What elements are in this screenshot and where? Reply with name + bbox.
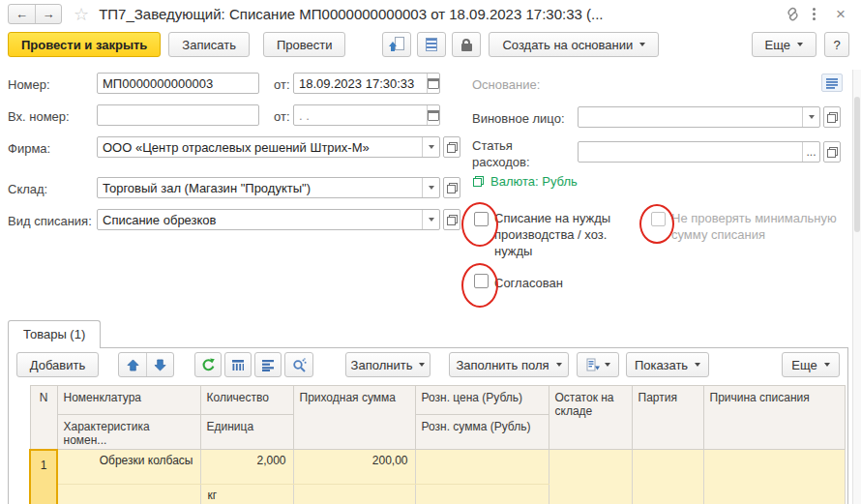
company-open-button[interactable] xyxy=(443,136,460,158)
date-field xyxy=(293,73,440,94)
list-lines-icon[interactable] xyxy=(254,352,282,377)
col-header-nomenclature[interactable]: Номенклатура xyxy=(57,386,200,415)
writeoff-type-field xyxy=(97,209,440,230)
document-window: ← → ☆ ТП7_Заведующий: Списание МП0000000… xyxy=(0,0,861,504)
more-button[interactable]: Еще xyxy=(752,32,816,57)
move-down-icon[interactable] xyxy=(146,353,173,376)
warehouse-field xyxy=(97,177,440,198)
col-header-unit[interactable]: Единица xyxy=(200,415,293,450)
chevron-down-icon xyxy=(605,363,610,367)
basis-text-button[interactable] xyxy=(821,74,843,92)
currency-link[interactable]: Валюта: Рубль xyxy=(473,174,578,189)
chevron-down-icon xyxy=(695,363,700,367)
company-input[interactable] xyxy=(98,137,422,157)
number-label: Номер: xyxy=(8,77,50,92)
post-button[interactable]: Провести xyxy=(263,32,346,57)
retail-price-cell[interactable] xyxy=(415,450,549,485)
expense-item-open-button[interactable] xyxy=(823,141,841,163)
add-row-button[interactable]: Добавить xyxy=(16,352,99,377)
help-button[interactable]: ? xyxy=(824,32,849,57)
col-header-income-sum[interactable]: Приходная сумма xyxy=(293,386,415,450)
unit-cell[interactable]: кг xyxy=(200,485,293,504)
guilty-person-field xyxy=(578,106,820,128)
writeoff-type-label: Вид списания: xyxy=(8,214,92,228)
warehouse-open-button[interactable] xyxy=(443,177,460,198)
table-row[interactable]: 1 Обрезки колбасы 2,000 200,00 xyxy=(30,450,845,485)
choose-dots-button[interactable]: ... xyxy=(802,142,819,162)
col-header-characteristic[interactable]: Характеристика номен... xyxy=(57,415,200,450)
dropdown-arrow-icon[interactable] xyxy=(802,107,819,127)
date-input[interactable] xyxy=(294,74,427,93)
nomenclature-cell[interactable]: Обрезки колбасы xyxy=(57,450,200,485)
close-icon[interactable]: × xyxy=(830,4,851,25)
document-registers-icon[interactable] xyxy=(417,32,446,57)
retail-sum-cell[interactable] xyxy=(415,485,549,504)
post-document-icon[interactable] xyxy=(382,32,411,57)
open-form-icon xyxy=(447,142,458,153)
barcode-icon[interactable] xyxy=(224,352,252,377)
currency-label: Валюта: Рубль xyxy=(490,174,578,189)
col-header-retail-sum[interactable]: Розн. сумма (Рубль) xyxy=(415,415,549,450)
open-form-icon xyxy=(827,112,838,123)
number-input[interactable] xyxy=(98,74,258,93)
dropdown-arrow-icon[interactable] xyxy=(422,210,439,229)
scrollbar-thumb[interactable] xyxy=(854,97,860,232)
income-sum-cell2[interactable] xyxy=(293,485,415,504)
fill-fields-button[interactable]: Заполнить поля xyxy=(449,352,569,377)
batch-cell[interactable] xyxy=(632,450,703,504)
col-header-retail-price[interactable]: Розн. цена (Рубль) xyxy=(415,386,549,415)
dropdown-arrow-icon[interactable] xyxy=(422,137,439,157)
chevron-down-icon xyxy=(419,363,425,367)
kebab-menu-icon[interactable] xyxy=(803,4,824,25)
show-button[interactable]: Показать xyxy=(626,352,709,377)
col-header-reason[interactable]: Причина списания xyxy=(703,386,845,450)
annotation-circle xyxy=(461,263,498,308)
warehouse-label: Склад: xyxy=(8,182,47,196)
annotation-circle xyxy=(461,202,498,247)
guilty-person-open-button[interactable] xyxy=(823,106,841,128)
text-lines-icon xyxy=(825,77,839,89)
more-label: Еще xyxy=(765,38,790,52)
command-bar: Провести и закрыть Записать Провести Соз… xyxy=(0,30,849,59)
dropdown-arrow-icon[interactable] xyxy=(422,178,439,197)
open-form-icon xyxy=(827,147,838,158)
fill-column-button[interactable] xyxy=(577,352,619,377)
col-header-qty[interactable]: Количество xyxy=(200,386,293,415)
writeoff-type-input[interactable] xyxy=(98,210,422,229)
qty-cell[interactable]: 2,000 xyxy=(200,450,293,485)
tab-goods[interactable]: Товары (1) xyxy=(8,320,101,348)
characteristic-cell[interactable] xyxy=(57,485,200,504)
favorite-star-icon[interactable]: ☆ xyxy=(74,6,89,23)
incoming-number-input[interactable] xyxy=(98,105,258,125)
incoming-date-input[interactable] xyxy=(294,105,427,125)
expense-item-field: ... xyxy=(578,141,820,163)
table-more-button[interactable]: Еще xyxy=(782,352,840,377)
create-from-button[interactable]: Создать на основании xyxy=(489,32,659,57)
income-sum-cell[interactable]: 200,00 xyxy=(293,450,415,485)
link-icon[interactable] xyxy=(782,4,803,25)
annotation-circle xyxy=(639,204,674,244)
stock-cell[interactable] xyxy=(549,450,632,504)
col-header-n[interactable]: N xyxy=(30,386,57,450)
move-up-icon[interactable] xyxy=(119,353,146,376)
calendar-icon[interactable] xyxy=(427,74,439,93)
lock-icon[interactable] xyxy=(452,32,481,57)
fill-button[interactable]: Заполнить xyxy=(345,352,430,377)
calendar-icon[interactable] xyxy=(427,105,439,125)
forward-icon[interactable]: → xyxy=(35,5,61,23)
reason-cell[interactable] xyxy=(703,450,845,504)
refresh-icon[interactable] xyxy=(194,352,222,377)
write-button[interactable]: Записать xyxy=(168,32,250,57)
col-header-stock[interactable]: Остаток на складе xyxy=(549,386,632,450)
warehouse-input[interactable] xyxy=(98,178,422,197)
post-and-close-button[interactable]: Провести и закрыть xyxy=(8,32,161,57)
expense-item-input[interactable] xyxy=(579,142,802,162)
col-header-batch[interactable]: Партия xyxy=(632,386,703,450)
writeoff-type-open-button[interactable] xyxy=(443,209,460,230)
vertical-scrollbar[interactable] xyxy=(852,70,861,504)
row-number-cell[interactable]: 1 xyxy=(30,450,57,504)
chevron-down-icon xyxy=(556,363,562,367)
search-settings-icon[interactable] xyxy=(284,352,313,377)
back-icon[interactable]: ← xyxy=(9,5,35,23)
guilty-person-input[interactable] xyxy=(579,107,802,127)
